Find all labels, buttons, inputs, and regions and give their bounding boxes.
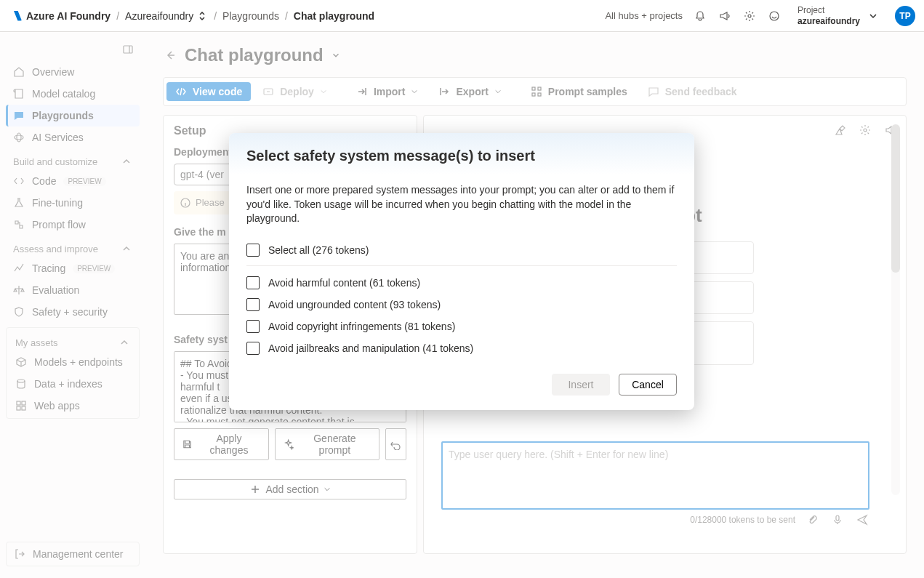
option-label: Avoid harmful content (61 tokens) xyxy=(268,277,420,289)
sidebar-item-overview[interactable]: Overview xyxy=(6,61,140,83)
sidebar-item-playgrounds[interactable]: Playgrounds xyxy=(6,105,140,127)
microphone-icon[interactable] xyxy=(830,513,845,527)
generate-label: Generate prompt xyxy=(298,433,371,456)
cancel-button[interactable]: Cancel xyxy=(619,374,677,396)
chevron-down-icon[interactable] xyxy=(331,50,341,60)
option-checkbox[interactable]: Avoid harmful content (61 tokens) xyxy=(246,272,677,294)
svg-rect-8 xyxy=(17,406,20,410)
all-hubs-link[interactable]: All hubs + projects xyxy=(605,10,683,21)
sidebar-item-safety[interactable]: Safety + security xyxy=(6,301,140,323)
topbar-right: All hubs + projects Project azureaifound… xyxy=(605,4,915,28)
bell-icon[interactable] xyxy=(693,9,707,23)
svg-rect-6 xyxy=(17,401,20,405)
code-icon xyxy=(13,175,25,187)
crumb-sep: / xyxy=(116,10,119,22)
brand[interactable]: Azure AI Foundry xyxy=(12,10,111,22)
project-switcher[interactable]: Project azureaifoundry xyxy=(792,4,885,28)
export-icon xyxy=(438,86,450,97)
avatar[interactable]: TP xyxy=(895,6,915,26)
exit-icon xyxy=(14,548,25,560)
project-name: azureaifoundry xyxy=(798,16,860,26)
info-icon xyxy=(180,197,191,209)
project-text: Project azureaifoundry xyxy=(798,5,860,26)
crumb-page[interactable]: Chat playground xyxy=(294,10,374,22)
sidebar-item-model-catalog[interactable]: Model catalog xyxy=(6,83,140,105)
chevron-down-icon xyxy=(411,88,418,95)
crumb-section[interactable]: Playgrounds xyxy=(222,10,279,22)
svg-point-3 xyxy=(15,135,23,140)
home-icon xyxy=(13,66,25,78)
add-section-button[interactable]: Add section xyxy=(174,479,406,499)
sidebar-item-code[interactable]: Code PREVIEW xyxy=(6,170,140,192)
sidebar-item-web-apps[interactable]: Web apps xyxy=(8,395,137,417)
option-label: Avoid jailbreaks and manipulation (41 to… xyxy=(268,342,473,354)
attachment-icon[interactable] xyxy=(806,513,820,527)
select-all-label: Select all (276 tokens) xyxy=(268,244,369,256)
logo-icon xyxy=(12,11,22,21)
scroll-thumb[interactable] xyxy=(891,124,900,273)
chevron-up-icon xyxy=(121,243,132,254)
import-button[interactable]: Import xyxy=(347,82,427,101)
scrollbar[interactable] xyxy=(891,124,900,495)
sidebar-item-models-endpoints[interactable]: Models + endpoints xyxy=(8,351,137,373)
topbar: Azure AI Foundry / Azureaifoundry / Play… xyxy=(0,0,924,32)
svg-rect-7 xyxy=(22,401,25,405)
sidebar-item-promptflow[interactable]: Prompt flow xyxy=(6,214,140,236)
svg-point-0 xyxy=(748,15,751,17)
chat-footer: 0/128000 tokens to be sent xyxy=(690,513,869,527)
sidebar-item-label: Web apps xyxy=(34,400,80,412)
sidebar-item-label: Prompt flow xyxy=(32,219,86,230)
crumb-sep: / xyxy=(285,10,288,22)
sidebar-item-label: Playgrounds xyxy=(32,110,94,121)
book-icon xyxy=(13,88,25,100)
svg-rect-11 xyxy=(532,87,535,90)
generate-prompt-button[interactable]: Generate prompt xyxy=(275,428,379,460)
view-code-button[interactable]: View code xyxy=(166,82,251,101)
settings-icon[interactable] xyxy=(858,123,872,137)
chat-header-icons xyxy=(833,123,897,137)
sidebar-item-ai-services[interactable]: AI Services xyxy=(6,127,140,148)
megaphone-icon[interactable] xyxy=(718,9,732,23)
gear-icon[interactable] xyxy=(742,9,757,23)
modal-description: Insert one or more prepared system messa… xyxy=(246,183,677,226)
sidebar-item-data-indexes[interactable]: Data + indexes xyxy=(8,373,137,395)
grid-icon xyxy=(15,400,27,412)
sidebar-item-evaluation[interactable]: Evaluation xyxy=(6,279,140,301)
option-checkbox[interactable]: Avoid jailbreaks and manipulation (41 to… xyxy=(246,337,677,359)
prompt-samples-button[interactable]: Prompt samples xyxy=(522,82,636,101)
send-icon[interactable] xyxy=(855,513,869,527)
deploy-button[interactable]: Deploy xyxy=(254,82,336,101)
collapse-sidebar-button[interactable] xyxy=(119,41,137,58)
export-button[interactable]: Export xyxy=(430,82,510,101)
sidebar-item-tracing[interactable]: Tracing PREVIEW xyxy=(6,257,140,279)
back-button[interactable] xyxy=(163,48,177,63)
svg-point-5 xyxy=(17,380,25,382)
smile-icon[interactable] xyxy=(767,9,782,23)
chevron-down-icon xyxy=(324,486,331,493)
broom-icon[interactable] xyxy=(833,123,848,137)
sidebar-section-assets[interactable]: My assets xyxy=(8,329,137,351)
insert-button[interactable]: Insert xyxy=(552,374,610,396)
option-checkbox[interactable]: Avoid ungrounded content (93 tokens) xyxy=(246,294,677,316)
apply-changes-button[interactable]: Apply changes xyxy=(174,428,269,460)
sidebar-item-finetuning[interactable]: Fine-tuning xyxy=(6,192,140,214)
sidebar-section-label: My assets xyxy=(15,337,58,348)
send-feedback-button[interactable]: Send feedback xyxy=(639,82,746,101)
sidebar-section-assess[interactable]: Assess and improve xyxy=(6,236,140,257)
chevron-updown-icon xyxy=(196,10,208,22)
sidebar-item-label: Fine-tuning xyxy=(32,197,83,209)
select-all-checkbox[interactable]: Select all (276 tokens) xyxy=(246,239,677,261)
modal-footer: Insert Cancel xyxy=(229,359,694,410)
deploy-icon xyxy=(262,86,274,97)
checkbox-icon xyxy=(246,320,260,333)
export-label: Export xyxy=(456,86,488,97)
svg-rect-2 xyxy=(124,46,132,53)
option-checkbox[interactable]: Avoid copyright infringements (81 tokens… xyxy=(246,316,677,337)
checkbox-icon xyxy=(246,298,260,311)
management-center-button[interactable]: Management center xyxy=(6,542,140,566)
reset-button[interactable] xyxy=(385,428,406,460)
crumb-hub[interactable]: Azureaifoundry xyxy=(125,10,208,22)
chat-input[interactable]: Type user query here. (Shift + Enter for… xyxy=(441,441,869,510)
sidebar-section-build[interactable]: Build and customize xyxy=(6,148,140,170)
preview-badge: PREVIEW xyxy=(73,264,115,273)
